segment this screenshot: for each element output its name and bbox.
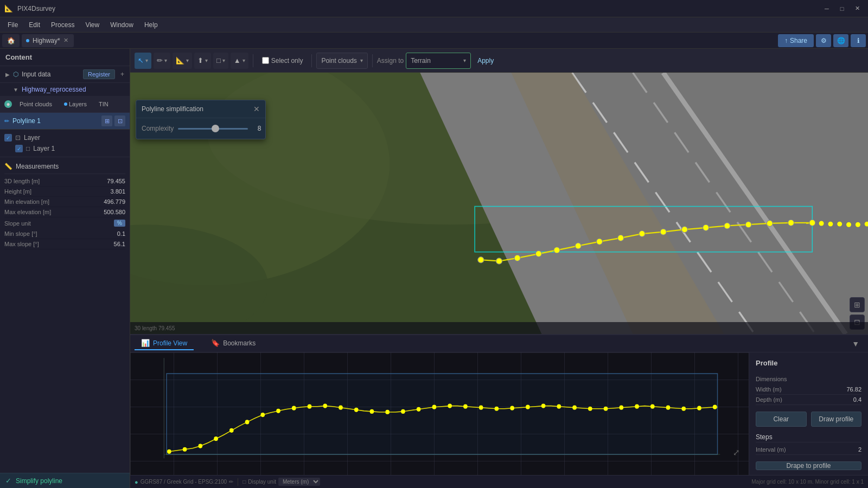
crs-info[interactable]: ● GGRS87 / Greek Grid - EPSG:2100 ✏ bbox=[135, 479, 233, 485]
collapse-button[interactable]: ▼ bbox=[847, 337, 864, 350]
display-unit-dropdown[interactable]: Meters (m) Feet (ft) bbox=[278, 478, 320, 486]
terrain-dropdown[interactable]: Terrain ▾ bbox=[406, 53, 471, 69]
simplify-label[interactable]: Simplify polyline bbox=[16, 477, 62, 485]
complexity-slider[interactable] bbox=[178, 128, 248, 130]
tab-share-area: ↑ Share ⚙ 🌐 ℹ bbox=[778, 34, 866, 47]
measurement-min-slope: Min slope [°] 0.1 bbox=[4, 229, 125, 239]
terrain-label: Terrain bbox=[411, 57, 431, 65]
content-label: Content bbox=[5, 53, 32, 61]
point-clouds-dropdown[interactable]: Point clouds ▾ bbox=[316, 53, 367, 69]
maximize-button[interactable]: □ bbox=[835, 3, 848, 14]
menu-process[interactable]: Process bbox=[46, 19, 80, 31]
clear-button[interactable]: Clear bbox=[756, 412, 807, 427]
polyline-actions: ⊞ ⊡ bbox=[101, 115, 125, 126]
profile-view-tab[interactable]: 📊 Profile View bbox=[135, 337, 194, 350]
menu-edit[interactable]: Edit bbox=[23, 19, 46, 31]
cursor-tool-button[interactable]: ↖ ▾ bbox=[135, 53, 151, 69]
assign-to-label: Assign to bbox=[377, 57, 404, 65]
bookmarks-tab[interactable]: 🔖 Bookmarks bbox=[205, 337, 262, 350]
polyline-action-2[interactable]: ⊡ bbox=[114, 115, 125, 126]
draw-profile-button[interactable]: Draw profile bbox=[811, 412, 862, 427]
viewport[interactable]: Polyline simplification ✕ Complexity 8 ⊞… bbox=[130, 73, 868, 334]
max-elev-value: 500.580 bbox=[104, 209, 125, 215]
polyline-icon: ✏ bbox=[4, 118, 9, 125]
shape-tool-button[interactable]: □ ▾ bbox=[213, 53, 228, 69]
apply-button[interactable]: Apply bbox=[473, 53, 498, 69]
svg-point-62 bbox=[495, 407, 499, 411]
tin-tab[interactable]: TIN bbox=[94, 99, 113, 109]
input-data-icon: ⬡ bbox=[13, 70, 18, 78]
side-button-1[interactable]: ⊞ bbox=[850, 297, 865, 312]
menu-file[interactable]: File bbox=[2, 19, 23, 31]
import-icon: ⬆ bbox=[197, 56, 203, 65]
slope-unit-label: Slope unit bbox=[4, 220, 112, 227]
measure-icon: 📐 bbox=[176, 56, 184, 65]
dropdown-arrow-icon: ▾ bbox=[145, 57, 148, 63]
menu-help[interactable]: Help bbox=[139, 19, 163, 31]
point-clouds-tab[interactable]: Point clouds bbox=[15, 99, 56, 109]
max-elev-label: Max elevation [m] bbox=[4, 209, 104, 215]
svg-point-45 bbox=[229, 428, 234, 433]
shape-icon: □ bbox=[216, 56, 221, 65]
measure-tool-button[interactable]: 📐 ▾ bbox=[173, 53, 192, 69]
svg-point-50 bbox=[308, 404, 312, 409]
depth-value: 0.4 bbox=[853, 396, 861, 403]
point-clouds-toggle[interactable]: ● bbox=[4, 100, 12, 108]
layer-check-icon[interactable]: ✓ bbox=[4, 134, 12, 142]
highway-tab[interactable]: Highway* ✕ bbox=[22, 34, 74, 47]
layer-group-row[interactable]: ✓ ⊡ Layer bbox=[4, 132, 125, 143]
layer1-row[interactable]: ✓ □ Layer 1 bbox=[4, 143, 125, 154]
highway-reprocessed-row[interactable]: ▼ Highway_reprocessed bbox=[0, 83, 130, 96]
svg-rect-39 bbox=[167, 374, 717, 454]
profile-btn-row: Clear Draw profile bbox=[756, 412, 861, 427]
svg-point-66 bbox=[557, 404, 561, 409]
svg-point-52 bbox=[339, 406, 343, 410]
svg-point-75 bbox=[697, 406, 701, 410]
tab-close-icon[interactable]: ✕ bbox=[63, 37, 68, 44]
home-button[interactable]: 🏠 bbox=[2, 34, 20, 47]
point-clouds-dropdown-icon: ▾ bbox=[360, 57, 363, 63]
input-data-row[interactable]: ▶ ⬡ Input data Register + bbox=[0, 66, 130, 83]
terrain-tool-button[interactable]: ▲ ▾ bbox=[231, 53, 248, 69]
edit-crs-icon[interactable]: ✏ bbox=[229, 479, 233, 485]
polyline-label: Polyline 1 bbox=[12, 117, 98, 125]
info-button[interactable]: ℹ bbox=[851, 34, 866, 47]
layer-group-icon: ⊡ bbox=[15, 134, 21, 142]
svg-point-53 bbox=[354, 408, 359, 412]
tabbar: 🏠 Highway* ✕ ↑ Share ⚙ 🌐 ℹ bbox=[0, 33, 868, 49]
globe-button[interactable]: 🌐 bbox=[833, 34, 848, 47]
select-only-checkbox[interactable] bbox=[262, 57, 269, 64]
layer-group: ✓ ⊡ Layer ✓ □ Layer 1 bbox=[0, 130, 130, 157]
draw-tool-button[interactable]: ✏ ▾ bbox=[154, 53, 170, 69]
layer1-check-icon[interactable]: ✓ bbox=[15, 145, 23, 152]
dialog-close-button[interactable]: ✕ bbox=[253, 105, 260, 113]
svg-text:⤢: ⤢ bbox=[733, 448, 740, 458]
close-button[interactable]: ✕ bbox=[851, 3, 864, 14]
menu-window[interactable]: Window bbox=[105, 19, 139, 31]
menu-view[interactable]: View bbox=[80, 19, 105, 31]
drape-to-profile-button[interactable]: Drape to profile bbox=[756, 461, 861, 470]
status-sep-1 bbox=[238, 478, 238, 486]
minimize-button[interactable]: ─ bbox=[820, 3, 833, 14]
min-elev-label: Min elevation [m] bbox=[4, 198, 104, 205]
svg-point-46 bbox=[245, 420, 250, 424]
svg-point-17 bbox=[575, 243, 581, 249]
profile-chart[interactable]: ⤢ bbox=[130, 352, 749, 475]
polyline-action-1[interactable]: ⊞ bbox=[101, 115, 112, 126]
layers-tab[interactable]: Layers bbox=[60, 99, 91, 109]
svg-point-67 bbox=[572, 406, 577, 410]
statusbar: ● GGRS87 / Greek Grid - EPSG:2100 ✏ □ Di… bbox=[130, 475, 868, 488]
simplify-icon: ✓ bbox=[5, 477, 11, 485]
share-button[interactable]: ↑ Share bbox=[778, 34, 814, 47]
complexity-label: Complexity bbox=[142, 125, 174, 132]
add-icon[interactable]: + bbox=[120, 70, 124, 78]
draw-icon: ✏ bbox=[157, 56, 163, 65]
settings-button[interactable]: ⚙ bbox=[816, 34, 831, 47]
svg-point-70 bbox=[619, 406, 623, 410]
svg-point-63 bbox=[510, 406, 514, 410]
import-tool-button[interactable]: ⬆ ▾ bbox=[194, 53, 211, 69]
slope-unit-badge[interactable]: % bbox=[114, 220, 125, 227]
register-button[interactable]: Register bbox=[83, 69, 115, 79]
polyline-row[interactable]: ✏ Polyline 1 ⊞ ⊡ bbox=[0, 113, 130, 130]
svg-point-25 bbox=[745, 222, 751, 228]
